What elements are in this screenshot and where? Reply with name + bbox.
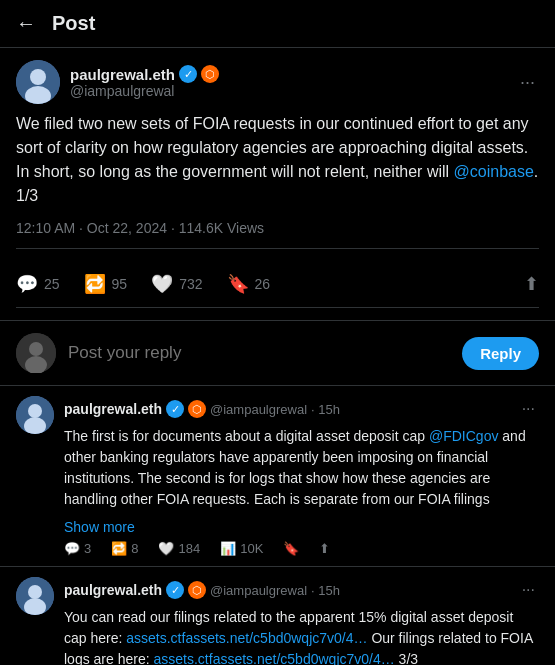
thread-text-2: You can read our filings related to the … — [64, 607, 539, 665]
post-text: We filed two new sets of FOIA requests i… — [16, 112, 539, 208]
comment-stat[interactable]: 💬 25 — [16, 273, 60, 295]
like-stat[interactable]: 🤍 732 — [151, 273, 202, 295]
thread-retweet-stat-1[interactable]: 🔁 8 — [111, 541, 138, 556]
thread-more-button-1[interactable]: ··· — [518, 396, 539, 422]
display-name: paulgrewal.eth — [70, 66, 175, 83]
thread-retweet-icon-1: 🔁 — [111, 541, 127, 556]
thread-item: paulgrewal.eth ✓ ⬡ @iampaulgrewal · 15h … — [0, 386, 555, 567]
page-title: Post — [52, 12, 95, 35]
thread-user-row-1: paulgrewal.eth ✓ ⬡ @iampaulgrewal · 15h … — [64, 396, 539, 422]
retweet-count: 95 — [112, 276, 128, 292]
thread-retweet-count-1: 8 — [131, 541, 138, 556]
reply-box: Reply — [0, 321, 555, 386]
thread-comment-stat-1[interactable]: 💬 3 — [64, 541, 91, 556]
svg-point-1 — [30, 69, 46, 85]
thread-verified-badge-2: ✓ — [166, 581, 184, 599]
thread-views-stat-1[interactable]: 📊 10K — [220, 541, 263, 556]
retweet-icon: 🔁 — [84, 273, 106, 295]
thread-stats-1: 💬 3 🔁 8 🤍 184 📊 10K 🔖 ⬆ — [64, 541, 539, 556]
post-meta: 12:10 AM · Oct 22, 2024 · 114.6K Views — [16, 220, 539, 249]
user-handle: @iampaulgrewal — [70, 83, 219, 99]
reply-input[interactable] — [68, 343, 450, 363]
share-stat[interactable]: ⬆ — [524, 273, 539, 295]
more-options-button[interactable]: ··· — [516, 68, 539, 97]
thread-user-info-2: paulgrewal.eth ✓ ⬡ @iampaulgrewal · 15h — [64, 581, 340, 599]
svg-point-10 — [28, 585, 42, 599]
thread-content-2: paulgrewal.eth ✓ ⬡ @iampaulgrewal · 15h … — [64, 577, 539, 665]
avatar — [16, 60, 60, 104]
thread-text-1: The first is for documents about a digit… — [64, 426, 539, 510]
thread-item-2: paulgrewal.eth ✓ ⬡ @iampaulgrewal · 15h … — [0, 567, 555, 665]
thread-display-name-1: paulgrewal.eth — [64, 401, 162, 417]
filing-link-1[interactable]: assets.ctfassets.net/c5bd0wqjc7v0/4… — [126, 630, 367, 646]
thread-avatar-2 — [16, 577, 54, 615]
stats-row: 💬 25 🔁 95 🤍 732 🔖 26 ⬆ — [16, 261, 539, 308]
svg-point-4 — [29, 342, 43, 356]
separator: · — [171, 220, 179, 236]
thread-verified-badge-1: ✓ — [166, 400, 184, 418]
thread-display-name-2: paulgrewal.eth — [64, 582, 162, 598]
thread-handle-2: @iampaulgrewal — [210, 583, 307, 598]
back-button[interactable]: ← — [16, 12, 36, 35]
svg-point-7 — [28, 404, 42, 418]
thread-like-count-1: 184 — [178, 541, 200, 556]
views-count: 114.6K Views — [179, 220, 264, 236]
user-info: paulgrewal.eth ✓ ⬡ @iampaulgrewal — [16, 60, 219, 104]
reply-avatar — [16, 333, 56, 373]
thread-bookmark-stat-1[interactable]: 🔖 — [283, 541, 299, 556]
bookmark-stat[interactable]: 🔖 26 — [227, 273, 271, 295]
thread-views-icon-1: 📊 — [220, 541, 236, 556]
thread-comment-icon-1: 💬 — [64, 541, 80, 556]
reply-button[interactable]: Reply — [462, 337, 539, 370]
bookmark-icon: 🔖 — [227, 273, 249, 295]
thread-comment-count-1: 3 — [84, 541, 91, 556]
thread-coinbase-badge-2: ⬡ — [188, 581, 206, 599]
thread-like-stat-1[interactable]: 🤍 184 — [158, 541, 200, 556]
coinbase-badge: ⬡ — [201, 65, 219, 83]
user-name-row: paulgrewal.eth ✓ ⬡ — [70, 65, 219, 83]
verified-badge: ✓ — [179, 65, 197, 83]
timestamp: 12:10 AM · Oct 22, 2024 — [16, 220, 167, 236]
main-post: paulgrewal.eth ✓ ⬡ @iampaulgrewal ··· We… — [0, 48, 555, 321]
thread-user-row-2: paulgrewal.eth ✓ ⬡ @iampaulgrewal · 15h … — [64, 577, 539, 603]
filing-link-2[interactable]: assets.ctfassets.net/c5bd0wqjc7v0/4… — [154, 651, 395, 665]
bookmark-count: 26 — [255, 276, 271, 292]
thread-share-icon-1: ⬆ — [319, 541, 330, 556]
thread-views-count-1: 10K — [240, 541, 263, 556]
thread-more-button-2[interactable]: ··· — [518, 577, 539, 603]
thread-content-1: paulgrewal.eth ✓ ⬡ @iampaulgrewal · 15h … — [64, 396, 539, 556]
thread-time-2: · 15h — [311, 583, 340, 598]
thread-user-info-1: paulgrewal.eth ✓ ⬡ @iampaulgrewal · 15h — [64, 400, 340, 418]
page-header: ← Post — [0, 0, 555, 48]
thread-share-stat-1[interactable]: ⬆ — [319, 541, 330, 556]
heart-icon: 🤍 — [151, 273, 173, 295]
user-row: paulgrewal.eth ✓ ⬡ @iampaulgrewal ··· — [16, 60, 539, 104]
comment-count: 25 — [44, 276, 60, 292]
coinbase-link[interactable]: @coinbase — [454, 163, 534, 180]
thread-time-1: · 15h — [311, 402, 340, 417]
comment-icon: 💬 — [16, 273, 38, 295]
thread-heart-icon-1: 🤍 — [158, 541, 174, 556]
fdic-link[interactable]: @FDICgov — [429, 428, 498, 444]
share-icon: ⬆ — [524, 273, 539, 295]
show-more-button[interactable]: Show more — [64, 519, 135, 535]
thread-bookmark-icon-1: 🔖 — [283, 541, 299, 556]
thread-handle-1: @iampaulgrewal — [210, 402, 307, 417]
like-count: 732 — [179, 276, 202, 292]
thread-avatar-1 — [16, 396, 54, 434]
retweet-stat[interactable]: 🔁 95 — [84, 273, 128, 295]
thread-coinbase-badge-1: ⬡ — [188, 400, 206, 418]
